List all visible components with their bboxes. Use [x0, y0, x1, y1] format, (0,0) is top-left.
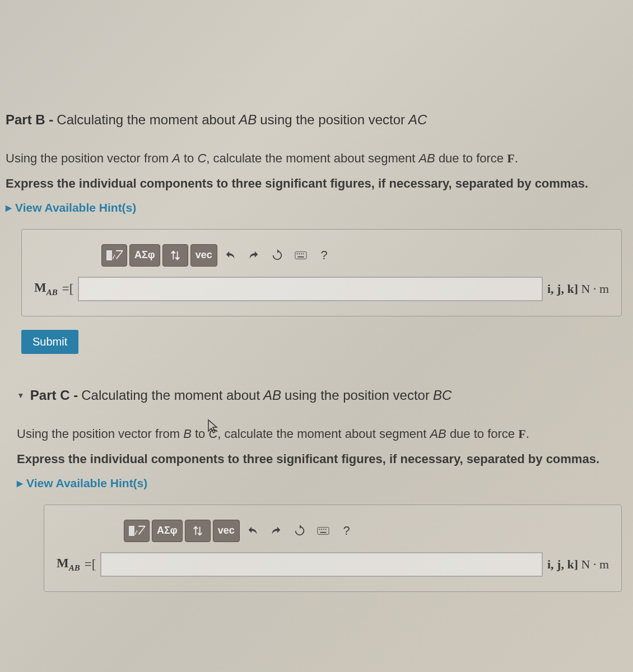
part-c-label: Part C -	[30, 388, 78, 403]
part-c-instructions: Express the individual components to thr…	[17, 452, 627, 466]
svg-rect-1	[296, 253, 297, 254]
help-button[interactable]: ?	[336, 520, 357, 542]
svg-rect-9	[323, 529, 324, 530]
greek-button[interactable]: ΑΣφ	[152, 520, 183, 542]
vec-button[interactable]: vec	[213, 520, 240, 542]
svg-rect-6	[318, 527, 329, 534]
subscript-button[interactable]	[185, 520, 211, 542]
svg-rect-3	[301, 253, 302, 254]
undo-button[interactable]	[242, 520, 263, 542]
undo-button[interactable]	[220, 244, 241, 267]
part-b-answer-box: ΑΣφ vec ?	[21, 229, 622, 316]
part-c-answer-input[interactable]	[100, 552, 543, 577]
greek-button[interactable]: ΑΣφ	[129, 244, 160, 267]
svg-rect-4	[302, 253, 304, 254]
reset-button[interactable]	[267, 244, 288, 267]
undo-icon	[246, 525, 259, 537]
part-c-header[interactable]: Part C - Calculating the moment about AB…	[17, 388, 627, 403]
submit-button[interactable]: Submit	[21, 330, 78, 354]
fraction-radical-icon	[111, 249, 124, 262]
svg-rect-10	[325, 529, 326, 530]
part-b-section: Part B - Calculating the moment about AB…	[6, 112, 627, 354]
part-b-input-row: MAB =[ i, j, k] N · m	[34, 277, 609, 301]
arrows-updown-icon	[169, 249, 181, 262]
svg-rect-8	[321, 529, 322, 530]
part-b-title-ab: AB	[239, 112, 257, 128]
part-b-title-2: using the position vector	[260, 112, 405, 128]
part-b-instructions: Express the individual components to thr…	[6, 176, 627, 191]
vec-button[interactable]: vec	[190, 244, 217, 267]
units-label: i, j, k] N · m	[547, 282, 609, 296]
part-c-input-row: MAB =[ i, j, k] N · m	[57, 552, 609, 577]
lhs-label: MAB	[34, 281, 58, 297]
fraction-radical-icon	[134, 525, 146, 537]
part-c-answer-box: ΑΣφ vec ?	[44, 505, 622, 592]
reset-button[interactable]	[289, 520, 310, 542]
view-hints-toggle-c[interactable]: View Available Hint(s)	[17, 477, 627, 490]
svg-rect-0	[295, 251, 306, 259]
part-c-description: Using the position vector from B to C, c…	[17, 426, 627, 443]
part-b-answer-input[interactable]	[78, 277, 543, 301]
reset-icon	[294, 525, 306, 537]
keyboard-button[interactable]	[313, 520, 334, 542]
help-button[interactable]: ?	[314, 244, 335, 267]
view-hints-toggle[interactable]: View Available Hint(s)	[6, 201, 627, 214]
svg-rect-5	[297, 256, 304, 258]
reset-icon	[271, 249, 283, 262]
part-b-label: Part B -	[6, 112, 53, 128]
equation-toolbar: ΑΣφ vec ?	[101, 244, 609, 267]
part-b-title-ac: AC	[408, 112, 427, 128]
redo-button[interactable]	[266, 520, 287, 542]
svg-rect-11	[320, 531, 326, 533]
svg-rect-2	[299, 253, 300, 254]
redo-button[interactable]	[243, 244, 264, 267]
keyboard-icon	[317, 525, 329, 537]
part-b-header: Part B - Calculating the moment about AB…	[6, 112, 627, 128]
svg-rect-7	[319, 529, 320, 530]
units-label-c: i, j, k] N · m	[547, 557, 609, 572]
templates-button[interactable]	[101, 244, 127, 267]
undo-icon	[224, 249, 236, 262]
lhs-label-c: MAB	[57, 556, 80, 573]
redo-icon	[270, 525, 282, 537]
subscript-button[interactable]	[162, 244, 188, 267]
equals-bracket: =[	[62, 282, 74, 296]
equation-toolbar-c: ΑΣφ vec ?	[124, 520, 609, 542]
part-b-title-1: Calculating the moment about	[57, 112, 235, 128]
keyboard-icon	[295, 249, 307, 262]
redo-icon	[248, 249, 260, 262]
part-b-description: Using the position vector from A to C, c…	[6, 150, 627, 167]
part-c-section: Part C - Calculating the moment about AB…	[6, 388, 627, 592]
arrows-updown-icon	[192, 525, 204, 537]
keyboard-button[interactable]	[290, 244, 311, 267]
templates-button[interactable]	[124, 520, 150, 542]
